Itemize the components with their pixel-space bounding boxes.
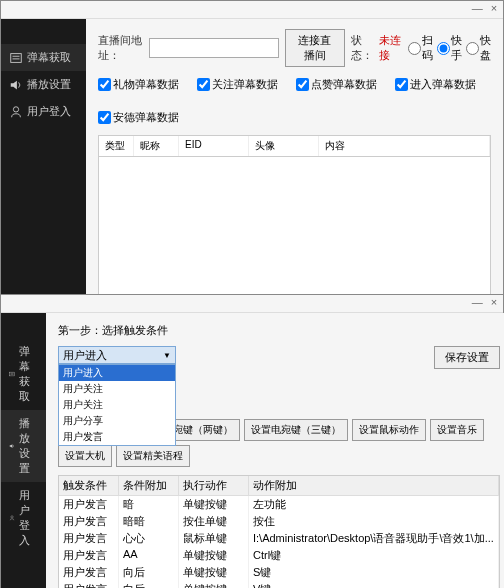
sidebar-item-danmu[interactable]: 弹幕获取	[1, 44, 86, 71]
table-cell: 暗	[119, 496, 179, 513]
table-cell: 单键按键	[179, 581, 249, 588]
svg-marker-3	[11, 80, 17, 89]
table-cell: 鼠标单键	[179, 530, 249, 547]
col-nick: 昵称	[134, 136, 179, 156]
table-row[interactable]: 用户发言心心鼠标单键I:\Administrator\Desktop\语音器现助…	[59, 530, 499, 547]
table-cell: 左功能	[249, 496, 499, 513]
table-cell: AA	[119, 547, 179, 564]
table-row[interactable]: 用户发言暗单键按键左功能	[59, 496, 499, 513]
sidebar-item-label: 用户登入	[19, 488, 38, 548]
table-cell: 用户发言	[59, 564, 119, 581]
table-cell: 单键按键	[179, 547, 249, 564]
table-cell: 向后	[119, 581, 179, 588]
btn-mouse[interactable]: 设置鼠标动作	[352, 419, 426, 441]
table-cell: 用户发言	[59, 581, 119, 588]
table-cell: S键	[249, 564, 499, 581]
col-type: 类型	[99, 136, 134, 156]
table-cell: 向后	[119, 564, 179, 581]
list-icon	[9, 367, 15, 381]
step-label: 第一步：选择触发条件	[58, 323, 500, 338]
close-button[interactable]: ×	[487, 2, 501, 14]
table-cell: 单键按键	[179, 496, 249, 513]
col-eid: EID	[179, 136, 249, 156]
table-cell: 用户发言	[59, 530, 119, 547]
table-cell: 用户发言	[59, 513, 119, 530]
table-cell: 用户发言	[59, 547, 119, 564]
table-cell: 心心	[119, 530, 179, 547]
sidebar-item-label: 用户登入	[27, 104, 71, 119]
sidebar-item-label: 播放设置	[19, 416, 38, 476]
check-like[interactable]: 点赞弹幕数据	[296, 77, 377, 92]
platform-radios: 扫码 快手 快盘	[408, 33, 491, 63]
option-follow[interactable]: 用户关注	[59, 381, 175, 397]
sidebar-item-label: 弹幕获取	[27, 50, 71, 65]
radio-kuaishou[interactable]: 快手	[437, 33, 462, 63]
user-icon	[9, 105, 23, 119]
minimize-button[interactable]: —	[470, 296, 484, 308]
speaker-icon	[9, 439, 15, 453]
check-gift[interactable]: 礼物弹幕数据	[98, 77, 179, 92]
close-button[interactable]: ×	[487, 296, 501, 308]
btn-voice[interactable]: 设置精美语程	[116, 445, 190, 467]
table-cell: 用户发言	[59, 496, 119, 513]
option-share[interactable]: 用户分享	[59, 413, 175, 429]
user-icon	[9, 511, 15, 525]
option-enter[interactable]: 用户进入	[59, 365, 175, 381]
option-follow2[interactable]: 用户关注	[59, 397, 175, 413]
table-cell: 暗暗	[119, 513, 179, 530]
titlebar-bottom: — ×	[1, 295, 503, 313]
btn-music[interactable]: 设置音乐	[430, 419, 484, 441]
gcol-trigger: 触发条件	[59, 476, 119, 495]
radio-kuaipan[interactable]: 快盘	[466, 33, 491, 63]
sidebar-item-label: 弹幕获取	[19, 344, 38, 404]
gcol-cond: 条件附加	[119, 476, 179, 495]
sidebar-item-login[interactable]: 用户登入	[1, 98, 86, 125]
select-dropdown: 用户进入 用户关注 用户关注 用户分享 用户发言	[58, 364, 176, 446]
status-value: 未连接	[379, 33, 402, 63]
svg-point-9	[11, 516, 13, 518]
table-row[interactable]: 用户发言AA单键按键Ctrl键	[59, 547, 499, 564]
table-cell: V键	[249, 581, 499, 588]
col-content: 内容	[319, 136, 490, 156]
select-value: 用户进入	[63, 348, 107, 363]
btn-machine[interactable]: 设置大机	[58, 445, 112, 467]
save-button[interactable]: 保存设置	[434, 346, 500, 369]
titlebar-top: — ×	[1, 1, 503, 19]
gcol-action: 执行动作	[179, 476, 249, 495]
table-row[interactable]: 用户发言暗暗按住单键按住	[59, 513, 499, 530]
btn-combo3[interactable]: 设置电宛键（三键）	[244, 419, 348, 441]
option-speak[interactable]: 用户发言	[59, 429, 175, 445]
room-input[interactable]	[149, 38, 279, 58]
svg-point-4	[13, 106, 18, 111]
room-label: 直播间地址：	[98, 33, 143, 63]
col-avatar: 头像	[249, 136, 319, 156]
connect-button[interactable]: 连接直播间	[285, 29, 345, 67]
sidebar: 弹幕获取 播放设置 用户登入	[1, 19, 86, 294]
table-row[interactable]: 用户发言向后单键按键S键	[59, 564, 499, 581]
check-ande[interactable]: 安德弹幕数据	[98, 110, 179, 125]
radio-scan[interactable]: 扫码	[408, 33, 433, 63]
svg-rect-5	[10, 372, 15, 376]
check-follow[interactable]: 关注弹幕数据	[197, 77, 278, 92]
speaker-icon	[9, 78, 23, 92]
gcol-extra: 动作附加	[249, 476, 499, 495]
sidebar-item-label: 播放设置	[27, 77, 71, 92]
chevron-down-icon: ▼	[163, 351, 171, 360]
sidebar-item-play[interactable]: 播放设置	[1, 71, 86, 98]
sidebar-item-danmu[interactable]: 弹幕获取	[1, 338, 46, 410]
minimize-button[interactable]: —	[470, 2, 484, 14]
svg-rect-0	[11, 53, 22, 62]
trigger-select[interactable]: 用户进入 ▼ 用户进入 用户关注 用户关注 用户分享 用户发言	[58, 346, 176, 364]
sidebar-item-play[interactable]: 播放设置	[1, 410, 46, 482]
status-label: 状态：	[351, 33, 374, 63]
sidebar: 弹幕获取 播放设置 用户登入	[1, 313, 46, 588]
table-header: 类型 昵称 EID 头像 内容	[98, 135, 491, 157]
check-enter[interactable]: 进入弹幕数据	[395, 77, 476, 92]
table-cell: 按住单键	[179, 513, 249, 530]
sidebar-item-login[interactable]: 用户登入	[1, 482, 46, 554]
rules-grid[interactable]: 触发条件 条件附加 执行动作 动作附加 用户发言暗单键按键左功能用户发言暗暗按住…	[58, 475, 500, 588]
svg-marker-8	[10, 444, 13, 448]
table-cell: I:\Administrator\Desktop\语音器现助手\音效1\加...	[249, 530, 499, 547]
table-row[interactable]: 用户发言向后单键按键V键	[59, 581, 499, 588]
table-cell: 按住	[249, 513, 499, 530]
